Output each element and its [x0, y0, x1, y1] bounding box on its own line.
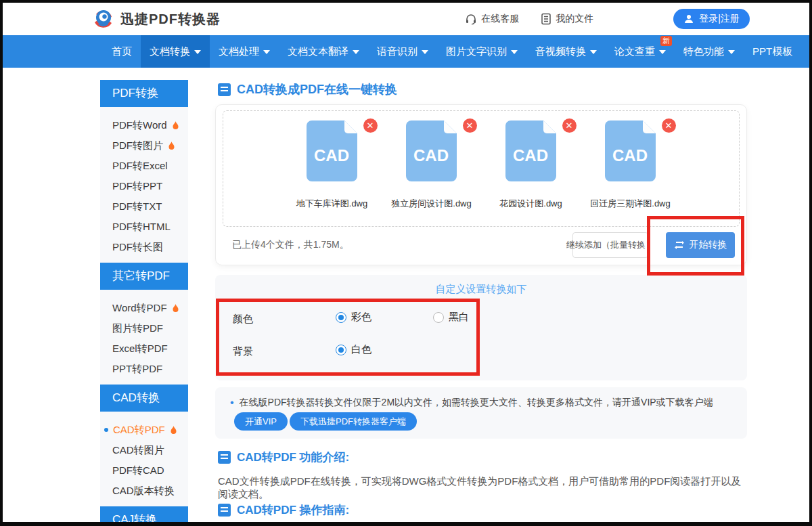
add-more-button[interactable]: 继续添加（批量转换） [572, 232, 648, 258]
logo[interactable]: 迅捷PDF转换器 [92, 7, 221, 30]
sidebar-item-label: PDF转TXT [112, 196, 162, 217]
sidebar-item-label: PDF转PPT [112, 176, 162, 196]
feature-doc-icon [218, 451, 231, 464]
sidebar-item-pdf-to-image[interactable]: PDF转图片 [100, 135, 188, 156]
sidebar-header-pdf-convert[interactable]: PDF转换 [100, 80, 188, 107]
sidebar-header-cad-convert[interactable]: CAD转换 [100, 385, 188, 412]
sidebar-item-label: Excel转PDF [112, 338, 168, 359]
nav-item-ppt-template[interactable]: PPT模板 [744, 35, 801, 68]
file-card: CAD ✕ 独立房间设计图.dwg [384, 111, 479, 226]
nav-label: 文档转换 [150, 45, 190, 58]
sidebar-header-caj-convert[interactable]: CAJ转换 [100, 506, 188, 522]
file-name: 回迁房三期详图.dwg [590, 198, 670, 210]
svg-text:CAD: CAD [413, 146, 449, 165]
svg-text:CAD: CAD [513, 146, 548, 165]
sidebar-item-word-to-pdf[interactable]: Word转PDF [100, 298, 188, 318]
start-convert-label: 开始转换 [690, 239, 727, 251]
document-icon [218, 83, 231, 96]
guide-heading: CAD转PDF 操作指南: [218, 502, 349, 518]
sidebar-item-pdf-to-txt[interactable]: PDF转TXT [100, 196, 188, 217]
nav-item-home[interactable]: 首页 [103, 35, 141, 68]
svg-text:CAD: CAD [314, 146, 349, 165]
sidebar-group: Word转PDF 图片转PDF Excel转PDF PPT转PDF [100, 290, 188, 385]
color-row-label: 颜色 [233, 313, 253, 326]
cad-file-icon: CAD [605, 120, 656, 181]
active-dot-icon [104, 428, 108, 432]
start-convert-button[interactable]: 开始转换 [666, 232, 735, 258]
file-card: CAD ✕ 回迁房三期详图.dwg [583, 111, 678, 226]
sidebar-item-cad-to-pdf[interactable]: CAD转PDF [100, 420, 188, 440]
settings-panel: 自定义设置转换如下 颜色 彩色 黑白 背景 白色 [215, 275, 747, 380]
file-name: 地下车库详图.dwg [296, 198, 367, 210]
close-icon[interactable]: ✕ [562, 118, 577, 133]
sidebar-item-pdf-to-ppt[interactable]: PDF转PPT [100, 176, 188, 196]
radio-label: 彩色 [351, 311, 371, 324]
logo-icon [92, 7, 115, 30]
settings-title: 自定义设置转换如下 [215, 283, 747, 296]
sidebar-item-label: PPT转PDF [112, 359, 162, 379]
sidebar-item-pdf-to-html[interactable]: PDF转HTML [100, 217, 188, 237]
sidebar-item-label: PDF转长图 [112, 237, 163, 257]
radio-option-white-bg[interactable]: 白色 [336, 343, 371, 356]
sidebar-item-label: CAD版本转换 [112, 481, 175, 501]
file-card: CAD ✕ 花园设计图.dwg [484, 111, 579, 226]
notice-text: 在线版PDF转换器转换文件仅限于2M以内文件，如需转换更大文件、转换更多格式文件… [240, 397, 713, 409]
upload-status: 已上传4个文件，共1.75M。 [232, 239, 349, 251]
sidebar-item-label: CAD转PDF [113, 420, 165, 440]
hot-flame-icon [172, 121, 179, 130]
download-client-button[interactable]: 下载迅捷PDF转换器客户端 [290, 412, 417, 431]
main-content: CAD转换成PDF在线一键转换 CAD ✕ 地下车库详图.dwg [215, 3, 747, 522]
sidebar-item-excel-to-pdf[interactable]: Excel转PDF [100, 338, 188, 359]
sidebar-item-pdf-to-excel[interactable]: PDF转Excel [100, 156, 188, 176]
notice-line: • 在线版PDF转换器转换文件仅限于2M以内文件，如需转换更大文件、转换更多格式… [230, 397, 713, 409]
page-title-text: CAD转换成PDF在线一键转换 [237, 81, 397, 97]
nav-label: PPT模板 [752, 45, 792, 58]
sidebar-item-pdf-to-cad[interactable]: PDF转CAD [100, 460, 188, 481]
sidebar-item-pdf-to-longimage[interactable]: PDF转长图 [100, 237, 188, 257]
radio-checked-icon[interactable] [336, 345, 346, 355]
intro-heading: CAD转PDF 功能介绍: [218, 450, 349, 465]
file-name: 独立房间设计图.dwg [391, 198, 471, 210]
radio-unchecked-icon[interactable] [433, 312, 444, 323]
file-card: CAD ✕ 地下车库详图.dwg [285, 111, 380, 226]
cad-file-icon: CAD [307, 120, 357, 181]
sidebar-item-label: Word转PDF [112, 298, 167, 318]
background-row-label: 背景 [233, 345, 253, 358]
guide-heading-text: CAD转PDF 操作指南: [237, 502, 349, 518]
sidebar-item-image-to-pdf[interactable]: 图片转PDF [100, 318, 188, 338]
nav-item-doc-convert[interactable]: 文档转换 [141, 35, 210, 68]
close-icon[interactable]: ✕ [662, 118, 676, 133]
sidebar-item-label: 图片转PDF [112, 318, 163, 338]
close-icon[interactable]: ✕ [463, 118, 477, 133]
sidebar-item-label: PDF转Word [112, 115, 167, 135]
intro-heading-text: CAD转PDF 功能介绍: [237, 450, 349, 465]
swap-arrows-icon [674, 240, 685, 250]
notice-panel: • 在线版PDF转换器转换文件仅限于2M以内文件，如需转换更大文件、转换更多格式… [215, 387, 747, 439]
file-name: 花园设计图.dwg [499, 198, 562, 210]
sidebar-item-ppt-to-pdf[interactable]: PPT转PDF [100, 359, 188, 379]
hot-flame-icon [170, 426, 177, 435]
nav-item-client[interactable]: 客户端 [801, 35, 809, 68]
logo-text: 迅捷PDF转换器 [120, 10, 221, 28]
close-icon[interactable]: ✕ [363, 118, 378, 133]
page-title: CAD转换成PDF在线一键转换 [218, 81, 397, 97]
sidebar-item-label: PDF转HTML [112, 217, 171, 237]
radio-label: 白色 [351, 343, 371, 356]
sidebar: PDF转换 PDF转Word PDF转图片 PDF转Excel PDF转PPT … [100, 80, 188, 522]
sidebar-item-cad-to-image[interactable]: CAD转图片 [100, 440, 188, 460]
sidebar-item-label: PDF转图片 [112, 135, 163, 156]
hot-flame-icon [168, 141, 175, 150]
open-vip-button[interactable]: 开通VIP [234, 412, 288, 431]
svg-text:CAD: CAD [612, 146, 648, 165]
sidebar-item-cad-version-convert[interactable]: CAD版本转换 [100, 481, 188, 501]
sidebar-group: PDF转Word PDF转图片 PDF转Excel PDF转PPT PDF转TX… [100, 107, 188, 263]
cad-file-icon: CAD [505, 120, 556, 181]
sidebar-item-pdf-to-word[interactable]: PDF转Word [100, 115, 188, 135]
intro-body: CAD文件转换成PDF在线转换，可实现将DWG格式文件转换为PDF格式文档，用户… [218, 475, 746, 501]
radio-checked-icon[interactable] [336, 312, 346, 323]
sidebar-header-other-to-pdf[interactable]: 其它转PDF [100, 263, 188, 290]
radio-option-bw[interactable]: 黑白 [433, 311, 469, 324]
upload-dropzone[interactable]: CAD ✕ 地下车库详图.dwg CAD ✕ 独立房间设计图.dwg [223, 110, 740, 227]
radio-option-color[interactable]: 彩色 [336, 311, 371, 324]
sidebar-item-label: PDF转CAD [112, 460, 164, 481]
